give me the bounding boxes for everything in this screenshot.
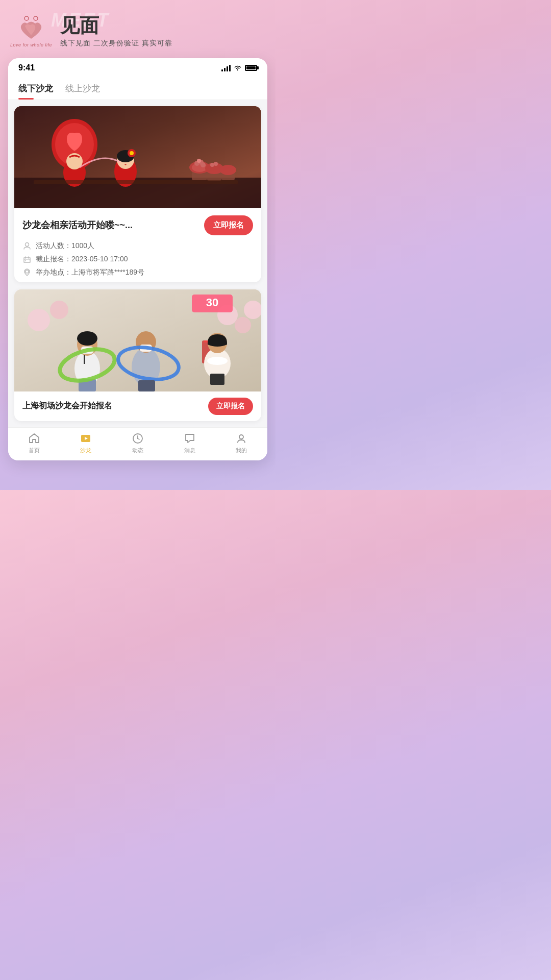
nav-item-profile[interactable]: 我的 xyxy=(215,432,267,454)
salon-icon xyxy=(79,432,92,445)
svg-point-59 xyxy=(207,357,228,365)
detail-location: 举办地点：上海市将军路****189号 xyxy=(22,268,253,277)
svg-point-28 xyxy=(26,242,29,246)
message-icon xyxy=(183,432,196,445)
svg-text:30: 30 xyxy=(206,296,218,309)
battery-icon xyxy=(245,65,257,71)
svg-point-1 xyxy=(34,16,38,20)
detail-people: 活动人数：1000人 xyxy=(22,241,253,251)
svg-point-23 xyxy=(210,163,214,167)
svg-point-26 xyxy=(220,165,236,175)
home-icon xyxy=(28,432,41,445)
page-subtitle: 线下见面 二次身份验证 真实可靠 xyxy=(60,39,172,48)
status-icons xyxy=(221,64,257,71)
header-titles: MEET 见面 线下见面 二次身份验证 真实可靠 xyxy=(60,15,172,48)
tab-online-salon[interactable]: 线上沙龙 xyxy=(65,79,108,100)
event-image-1 xyxy=(14,106,261,208)
svg-point-35 xyxy=(235,317,251,333)
bottom-nav: 首页 沙龙 动态 xyxy=(8,427,267,460)
svg-point-24 xyxy=(214,162,218,166)
svg-point-43 xyxy=(77,331,97,346)
people-icon xyxy=(22,241,32,251)
content-area: 沙龙会相亲活动开始喽~~... 立即报名 活动人数：1000人 xyxy=(8,100,267,427)
nav-item-home[interactable]: 首页 xyxy=(8,432,60,454)
profile-icon xyxy=(235,432,248,445)
svg-point-33 xyxy=(50,301,68,319)
deadline-text: 截止报名：2023-05-10 17:00 xyxy=(36,255,128,264)
svg-rect-44 xyxy=(84,355,85,364)
wifi-icon xyxy=(234,65,242,71)
logo-tagline: Love for whole life xyxy=(10,42,52,47)
location-text: 举办地点：上海市将军路****189号 xyxy=(36,268,144,277)
event-image-2: 30 xyxy=(14,289,261,391)
event-info-1: 沙龙会相亲活动开始喽~~... 立即报名 活动人数：1000人 xyxy=(14,208,261,282)
event-title-2: 上海初场沙龙会开始报名 xyxy=(22,401,202,411)
activity-icon xyxy=(131,432,144,445)
nav-item-salon[interactable]: 沙龙 xyxy=(60,432,112,454)
tabs-bar: 线下沙龙 线上沙龙 xyxy=(8,76,267,100)
signal-icon xyxy=(221,64,231,71)
calendar-icon xyxy=(22,255,32,264)
svg-point-30 xyxy=(26,270,29,273)
tab-offline-salon[interactable]: 线下沙龙 xyxy=(18,79,61,100)
people-count: 活动人数：1000人 xyxy=(36,241,94,251)
nav-label-activity: 动态 xyxy=(132,447,143,454)
svg-point-29 xyxy=(25,260,26,261)
status-time: 9:41 xyxy=(18,63,35,72)
event-title-row-1: 沙龙会相亲活动开始喽~~... 立即报名 xyxy=(22,215,253,235)
nav-label-profile: 我的 xyxy=(236,447,247,454)
svg-point-63 xyxy=(239,435,243,439)
nav-item-activity[interactable]: 动态 xyxy=(112,432,164,454)
svg-point-19 xyxy=(201,162,206,167)
page-title: 见面 xyxy=(60,15,172,37)
register-button-2[interactable]: 立即报名 xyxy=(208,398,253,415)
logo-icon xyxy=(16,16,46,41)
nav-label-message: 消息 xyxy=(184,447,195,454)
event-details-1: 活动人数：1000人 截止报名：2023-05-1 xyxy=(22,241,253,277)
location-icon xyxy=(22,268,32,277)
logo-area: Love for whole life xyxy=(10,16,52,47)
svg-point-20 xyxy=(197,159,201,163)
event-title-row-2: 上海初场沙龙会开始报名 立即报名 xyxy=(14,391,261,421)
nav-label-salon: 沙龙 xyxy=(80,447,91,454)
svg-rect-58 xyxy=(210,374,224,385)
svg-point-32 xyxy=(28,309,50,331)
nav-item-message[interactable]: 消息 xyxy=(164,432,216,454)
status-bar: 9:41 xyxy=(8,58,267,76)
svg-point-13 xyxy=(130,151,134,155)
svg-point-0 xyxy=(24,16,29,20)
detail-deadline: 截止报名：2023-05-10 17:00 xyxy=(22,255,253,264)
svg-rect-55 xyxy=(145,380,155,391)
event-card-2: 30 xyxy=(14,289,261,421)
header: Love for whole life MEET 见面 线下见面 二次身份验证 … xyxy=(0,0,276,58)
svg-rect-27 xyxy=(34,180,238,184)
register-button-1[interactable]: 立即报名 xyxy=(204,215,253,235)
phone-mockup: 9:41 线下沙龙 线上沙龙 xyxy=(8,58,267,460)
nav-label-home: 首页 xyxy=(29,447,40,454)
event-title-1: 沙龙会相亲活动开始喽~~... xyxy=(22,219,198,231)
event-card-1: 沙龙会相亲活动开始喽~~... 立即报名 活动人数：1000人 xyxy=(14,106,261,282)
